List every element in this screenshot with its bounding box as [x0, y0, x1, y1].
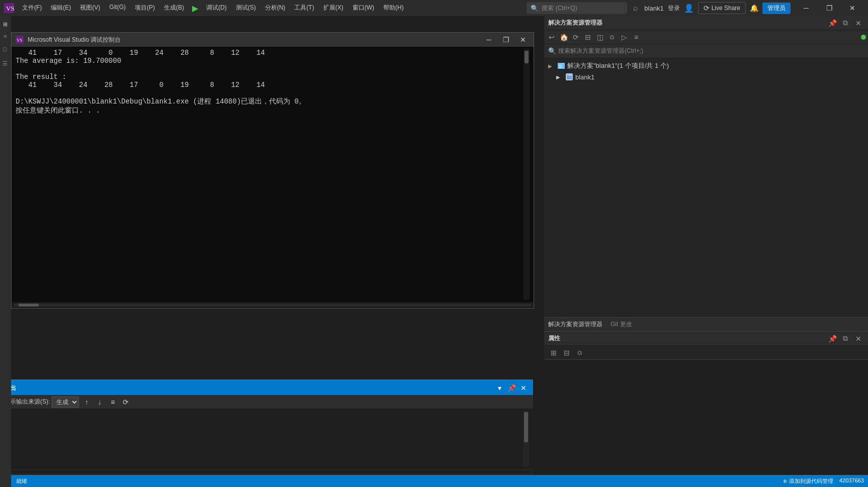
properties-title: 属性	[548, 334, 825, 343]
debug-close-btn[interactable]: ✕	[516, 35, 530, 45]
console-line-4: The result :	[16, 73, 524, 81]
output-source-select[interactable]: 生成	[52, 397, 79, 408]
se-pin-btn[interactable]: 📌	[827, 18, 838, 29]
menu-file[interactable]: 文件(F)	[18, 2, 46, 15]
se-toolbar-btn-6[interactable]: ⛭	[606, 32, 618, 43]
minimize-button[interactable]: ─	[795, 0, 818, 16]
props-pin-btn[interactable]: 📌	[827, 333, 838, 344]
window-controls: ─ ❐ ✕	[795, 0, 864, 16]
tab-solution-explorer[interactable]: 解决方案资源管理器	[548, 320, 602, 329]
debug-text-scroll[interactable]: 41 17 34 0 19 24 28 8 12 14 The average …	[16, 49, 524, 300]
output-clear-btn[interactable]: ↑	[81, 397, 92, 408]
project-label: blank1	[575, 73, 594, 81]
debug-vs-icon: VS	[16, 36, 24, 44]
output-dropdown-btn[interactable]: ▾	[494, 382, 505, 394]
login-link[interactable]: 登录	[668, 4, 680, 13]
menu-tools[interactable]: 工具(T)	[290, 2, 318, 15]
activity-icon-4: ☰	[2, 58, 10, 69]
menu-view[interactable]: 视图(V)	[76, 2, 104, 15]
svg-text:VS: VS	[17, 38, 23, 43]
se-toolbar: ↩ 🏠 ⟳ ⊟ ◫ ⛭ ▷ ≡	[544, 30, 868, 44]
menu-project[interactable]: 项目(P)	[131, 2, 159, 15]
search-box[interactable]: 🔍 搜索 (Ctrl+Q)	[527, 2, 627, 14]
output-pin-btn[interactable]: 📌	[506, 382, 517, 394]
right-panel: 解决方案资源管理器 📌 ⧉ ✕ ↩ 🏠 ⟳ ⊟ ◫ ⛭ ▷ ≡ 🔍 搜索解决方案…	[544, 16, 868, 392]
menu-extend[interactable]: 扩展(X)	[319, 2, 348, 15]
output-header: 输出 ▾ 📌 ✕	[0, 381, 533, 395]
se-toolbar-btn-7[interactable]: ▷	[619, 32, 630, 43]
menu-build[interactable]: 生成(B)	[160, 2, 188, 15]
solution-icon: S	[557, 62, 565, 70]
se-toolbar-btn-8[interactable]: ≡	[631, 32, 642, 43]
props-close-btn[interactable]: ✕	[853, 333, 864, 344]
output-content	[0, 409, 533, 469]
debug-scrollbar[interactable]	[524, 49, 530, 300]
activity-icon-2: ≡	[2, 33, 10, 40]
menu-test[interactable]: 测试(S)	[232, 2, 260, 15]
props-page-btn[interactable]: ⛭	[574, 347, 585, 358]
props-cat-btn[interactable]: ⊞	[548, 347, 559, 358]
search-placeholder: 搜索 (Ctrl+Q)	[542, 4, 577, 13]
solution-node[interactable]: ▶ S 解决方案"blank1"(1 个项目/共 1 个)	[544, 60, 868, 71]
menu-analyze[interactable]: 分析(N)	[261, 2, 290, 15]
menu-bar: 文件(F) 编辑(E) 视图(V) Git(G) 项目(P) 生成(B) ▶ 调…	[18, 2, 523, 15]
project-node[interactable]: ▶ b1 blank1	[544, 71, 868, 82]
solution-explorer-header: 解决方案资源管理器 📌 ⧉ ✕	[544, 16, 868, 30]
console-line-1: 41 17 34 0 19 24 28 8 12 14	[16, 49, 524, 57]
solution-explorer-title: 解决方案资源管理器	[548, 19, 825, 27]
se-toolbar-btn-2[interactable]: 🏠	[558, 32, 569, 43]
output-scrollbar[interactable]	[523, 411, 529, 467]
output-scroll-thumb	[524, 412, 528, 442]
user-icon[interactable]: 👤	[684, 4, 694, 13]
title-bar: VS 文件(F) 编辑(E) 视图(V) Git(G) 项目(P) 生成(B) …	[0, 0, 868, 16]
output-hscroll[interactable]	[0, 469, 533, 475]
output-scroll-up-btn[interactable]: ↓	[94, 397, 105, 408]
debug-title-bar: VS Microsoft Visual Studio 调试控制台 ─ ❐ ✕	[12, 33, 534, 47]
se-toolbar-btn-5[interactable]: ◫	[594, 32, 605, 43]
vs-logo-icon: VS	[4, 3, 14, 13]
console-line-5: 41 34 24 28 17 0 19 8 12 14	[16, 81, 524, 89]
se-toolbar-btn-3[interactable]: ⟳	[570, 32, 581, 43]
props-toolbar: ⊞ ⊟ ⛭	[544, 346, 868, 360]
output-close-btn[interactable]: ✕	[518, 382, 529, 394]
debug-window-title: Microsoft Visual Studio 调试控制台	[28, 36, 478, 44]
debug-restore-btn[interactable]: ❐	[499, 35, 512, 45]
workspace: ⊞ ≡ ◻ ☰ VS Microsoft Visual Studio 调试控制台…	[0, 16, 868, 487]
props-float-btn[interactable]: ⧉	[840, 333, 851, 344]
debug-scroll-thumb	[525, 51, 529, 63]
se-float-btn[interactable]: ⧉	[840, 18, 851, 29]
menu-debug[interactable]: 调试(D)	[202, 2, 231, 15]
search-toggle-icon[interactable]: ⌕	[631, 4, 640, 13]
status-right-info[interactable]: ⊕ 添加到源代码管理	[783, 477, 833, 485]
close-button[interactable]: ✕	[841, 0, 864, 16]
debug-bottom-scroll	[12, 302, 534, 308]
se-toolbar-btn-4[interactable]: ⊟	[582, 32, 593, 43]
console-line-3	[16, 65, 524, 73]
properties-header: 属性 📌 ⧉ ✕	[544, 332, 868, 346]
se-close-btn[interactable]: ✕	[853, 18, 864, 29]
activity-icon-3: ◻	[2, 44, 10, 54]
admin-button[interactable]: 管理员	[762, 3, 791, 14]
activity-icon-1: ⊞	[2, 20, 10, 29]
output-wrap-btn[interactable]: ≡	[107, 397, 118, 408]
console-line-6	[16, 89, 524, 97]
restore-button[interactable]: ❐	[818, 0, 841, 16]
se-toolbar-btn-1[interactable]: ↩	[546, 32, 557, 43]
se-search-icon: 🔍	[548, 47, 556, 55]
se-search-row: 🔍 搜索解决方案资源管理器(Ctrl+;)	[544, 44, 868, 58]
notify-icon[interactable]: 🔔	[750, 4, 758, 12]
live-share-button[interactable]: ⟳ Live Share	[698, 2, 746, 14]
debug-minimize-btn[interactable]: ─	[482, 35, 495, 45]
output-refresh-btn[interactable]: ⟳	[120, 397, 131, 408]
props-alpha-btn[interactable]: ⊟	[561, 347, 572, 358]
menu-window[interactable]: 窗口(W)	[349, 2, 378, 15]
run-button[interactable]: ▶	[189, 2, 201, 15]
menu-git[interactable]: Git(G)	[105, 2, 130, 15]
menu-edit[interactable]: 编辑(E)	[47, 2, 75, 15]
props-content-area	[544, 360, 868, 392]
debug-console-content: 41 17 34 0 19 24 28 8 12 14 The average …	[12, 47, 534, 302]
debug-hscroll-track[interactable]	[14, 304, 532, 307]
menu-help[interactable]: 帮助(H)	[379, 2, 408, 15]
title-bar-right: blank1 登录 👤 ⟳ Live Share 🔔 管理员	[644, 2, 791, 14]
tab-git-changes[interactable]: Git 更改	[611, 320, 632, 329]
